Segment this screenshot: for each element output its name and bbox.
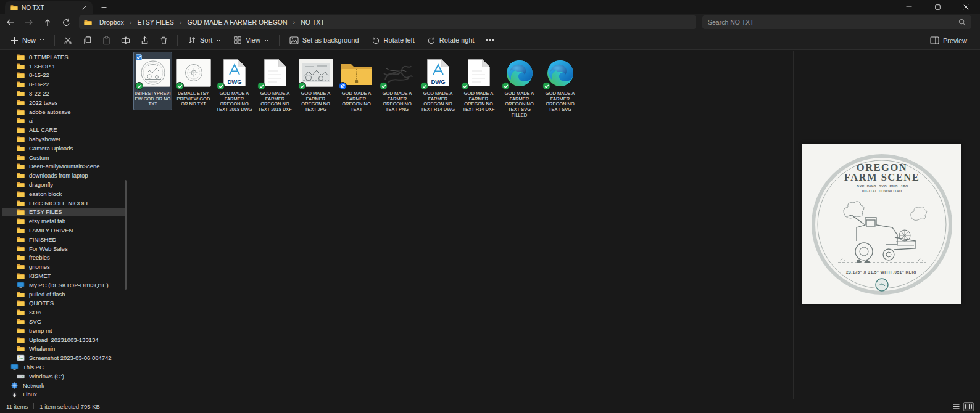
file-item[interactable]: GOD MADE A FARMER OREGON NO TEXT SVG FIL… [500, 52, 539, 121]
maximize-button[interactable] [923, 0, 952, 14]
breadcrumb-segment[interactable]: GOD MADE A FARMER OREGON [184, 18, 290, 27]
file-item[interactable]: GOD MADE A FARMER OREGON NO TEXT JPG [296, 52, 335, 116]
sidebar-item[interactable]: KISMET [2, 271, 126, 280]
sidebar-item[interactable]: adobe autosave [2, 107, 126, 117]
address-bar[interactable]: Dropbox›ETSY FILES›GOD MADE A FARMER ORE… [79, 15, 696, 29]
breadcrumb-segment[interactable]: ETSY FILES [134, 18, 176, 27]
sidebar-item[interactable]: QUOTES [2, 299, 126, 308]
new-button[interactable]: New [5, 33, 50, 48]
file-icon-area [501, 54, 538, 89]
sidebar-item[interactable]: dragonfly [2, 180, 126, 189]
sidebar-item-label: SOA [29, 309, 41, 316]
new-tab-button[interactable] [99, 2, 109, 12]
file-item[interactable]: DWG GOD MADE A FARMER OREGON NO TEXT R14… [418, 52, 457, 116]
sidebar-item[interactable]: ai [2, 117, 126, 126]
tab-close-button[interactable] [80, 3, 88, 12]
sidebar-item[interactable]: 2022 taxes [2, 98, 126, 107]
sort-button[interactable]: Sort [182, 33, 226, 48]
copy-button[interactable] [78, 33, 96, 48]
sidebar-item[interactable]: FINISHED [2, 235, 126, 244]
sidebar-item[interactable]: ALL CARE [2, 125, 126, 134]
trash-icon [159, 36, 168, 45]
file-name: GOD MADE A FARMER OREGON NO TEXT SVG FIL… [501, 91, 538, 118]
folder-icon [17, 300, 25, 307]
sidebar-item[interactable]: babyshower [2, 134, 126, 144]
file-item[interactable]: GOD MADE A FARMER OREGON NO TEXT 2018 DX… [255, 52, 294, 116]
breadcrumb-segment[interactable]: NO TXT [297, 18, 327, 27]
sort-icon [188, 36, 196, 44]
back-button[interactable] [2, 15, 19, 30]
cut-button[interactable] [59, 33, 77, 48]
file-icon-area [257, 54, 293, 89]
sidebar-item[interactable]: Custom [2, 153, 126, 162]
file-item[interactable]: GOD MADE A FARMER OREGON NO TEXT R14 DXF [459, 52, 498, 116]
sidebar-item[interactable]: etsy metal fab [2, 216, 126, 226]
delete-button[interactable] [155, 33, 173, 48]
file-item[interactable]: 0BIFESTYPREVIEW GOD OR NO TXT [133, 52, 172, 110]
sidebar-item[interactable]: pulled of flash [2, 290, 126, 299]
view-button-label: View [246, 36, 260, 44]
search-input[interactable] [708, 18, 955, 26]
sidebar-item[interactable]: 8-16-22 [2, 80, 126, 89]
sidebar-item[interactable]: Upload_20231003-133134 [2, 335, 126, 345]
explorer-tab[interactable]: NO TXT [5, 1, 93, 14]
details-view-button[interactable] [951, 402, 961, 411]
sidebar-item[interactable]: Camera Uploads [2, 144, 126, 153]
sidebar-item[interactable]: Windows (C:) [2, 372, 126, 381]
preview-toggle-button[interactable]: Preview [924, 33, 973, 48]
ellipsis-icon [486, 39, 494, 41]
view-button[interactable]: View [228, 33, 275, 48]
close-button[interactable] [952, 0, 980, 14]
sidebar-scrollbar[interactable] [125, 180, 127, 290]
file-item[interactable]: GOD MADE A FARMER OREGON NO TEXT [337, 52, 376, 116]
share-button[interactable] [136, 33, 154, 48]
sidebar-item[interactable]: FAMILY DRIVEN [2, 226, 126, 235]
sidebar-item[interactable]: 8-22-22 [2, 89, 126, 98]
file-item[interactable]: 0SMALL ETSY PREVIEW GOD OR NO TXT [174, 52, 213, 110]
command-bar: New Sort View Set as background Rotate l… [0, 31, 980, 50]
paste-button[interactable] [98, 33, 115, 48]
dropbox-synced-badge [461, 82, 469, 90]
sidebar-item[interactable]: easton block [2, 189, 126, 198]
file-name: GOD MADE A FARMER OREGON NO TEXT PNG [379, 91, 415, 113]
forward-button[interactable] [21, 15, 37, 30]
sidebar-item[interactable]: 0 TEMPLATES [2, 52, 126, 62]
sidebar-item[interactable]: gnomes [2, 262, 126, 271]
file-item[interactable]: GOD MADE A FARMER OREGON NO TEXT SVG [541, 52, 579, 116]
more-options-button[interactable] [481, 33, 499, 48]
sidebar-item[interactable]: DeerFamilyMountainScene [2, 162, 126, 171]
file-item[interactable]: DWG GOD MADE A FARMER OREGON NO TEXT 201… [215, 52, 254, 116]
sidebar-item[interactable]: tremp mt [2, 326, 126, 335]
refresh-button[interactable] [58, 15, 74, 30]
file-icon-area [297, 54, 334, 89]
rotate-right-button[interactable]: Rotate right [421, 33, 480, 48]
sidebar-item[interactable]: Network [2, 381, 126, 390]
rotate-left-button[interactable]: Rotate left [366, 33, 420, 48]
file-item[interactable]: GOD MADE A FARMER OREGON NO TEXT PNG [378, 52, 417, 116]
set-as-background-button[interactable]: Set as background [284, 33, 365, 48]
folder-icon [17, 290, 25, 298]
folder-icon [17, 345, 25, 353]
sidebar-item[interactable]: Screenshot 2023-03-06 084742 [2, 353, 126, 362]
sidebar-item[interactable]: This PC [2, 362, 126, 372]
breadcrumb-segment[interactable]: Dropbox [96, 18, 127, 27]
sidebar-item[interactable]: Whalemin [2, 345, 126, 354]
file-grid: 0BIFESTYPREVIEW GOD OR NO TXT 0SMALL ETS… [133, 52, 579, 121]
sidebar-item[interactable]: 1 SHOP 1 [2, 62, 126, 71]
sidebar-item[interactable]: downloads from laptop [2, 171, 126, 180]
sidebar-item[interactable]: freebies [2, 253, 126, 263]
sidebar-item[interactable]: 8-15-22 [2, 71, 126, 80]
sidebar-item[interactable]: My PC (DESKTOP-DB13Q1E) [2, 280, 126, 290]
sidebar-item[interactable]: SVG [2, 317, 126, 326]
item-checkbox[interactable] [136, 54, 142, 60]
rename-button[interactable] [117, 33, 135, 48]
minimize-button[interactable] [895, 0, 923, 14]
sidebar-item[interactable]: Linux [2, 390, 126, 399]
sidebar-item[interactable]: For Web Sales [2, 244, 126, 253]
sidebar-item[interactable]: ERIC NICOLE NICOLE [2, 198, 126, 208]
dxf-file-icon [264, 59, 287, 87]
sidebar-item[interactable]: ETSY FILES [2, 208, 126, 217]
large-thumbnails-view-button[interactable] [963, 402, 974, 411]
sidebar-item[interactable]: SOA [2, 308, 126, 317]
up-button[interactable] [39, 15, 56, 30]
